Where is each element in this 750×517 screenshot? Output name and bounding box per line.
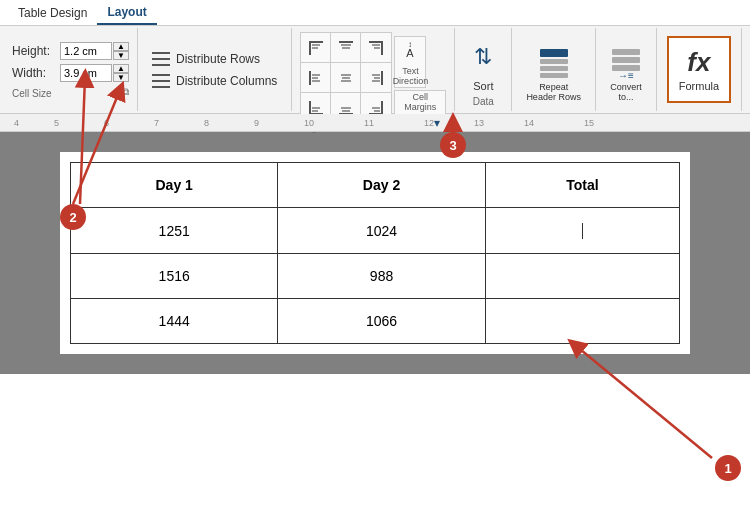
svg-rect-19	[372, 74, 380, 76]
header-day2: Day 2	[278, 163, 485, 208]
ruler-mark-5: 5	[54, 118, 59, 128]
align-top-right-btn[interactable]	[360, 32, 392, 64]
svg-rect-36	[540, 49, 568, 57]
distribute-columns-btn[interactable]: Distribute Columns	[148, 72, 281, 90]
height-up-btn[interactable]: ▲	[113, 42, 129, 51]
svg-rect-0	[309, 41, 323, 43]
svg-rect-37	[540, 59, 568, 64]
formula-btn[interactable]: fx Formula	[667, 36, 731, 103]
table-wrapper: Day 1 Day 2 Total 1251 1024 1516	[60, 152, 690, 354]
ruler-mark-7: 7	[154, 118, 159, 128]
svg-text:↕: ↕	[408, 40, 412, 49]
svg-text:→≡: →≡	[618, 70, 634, 81]
tab-layout[interactable]: Layout	[97, 1, 156, 25]
svg-rect-2	[312, 44, 320, 46]
distribute-columns-icon	[152, 74, 170, 88]
align-middle-center-btn[interactable]	[330, 62, 362, 94]
formula-label: Formula	[679, 80, 719, 92]
table-row: 1516 988	[71, 254, 680, 299]
svg-rect-5	[341, 44, 351, 46]
distribute-rows-label: Distribute Rows	[176, 52, 260, 66]
ruler-mark-4: 4	[14, 118, 19, 128]
svg-text:⇅: ⇅	[474, 44, 492, 69]
svg-rect-1	[309, 41, 311, 55]
cell-row2-total[interactable]	[485, 254, 679, 299]
annotation-1: 1	[715, 455, 741, 481]
ruler-mark-14: 14	[524, 118, 534, 128]
text-direction-label: TextDirection	[393, 67, 429, 87]
height-input[interactable]	[60, 42, 112, 60]
cell-row1-day1[interactable]: 1251	[71, 208, 278, 254]
ribbon-tabs: Table Design Layout	[0, 0, 750, 26]
svg-rect-30	[381, 101, 383, 115]
ruler-mark-15: 15	[584, 118, 594, 128]
svg-rect-6	[342, 47, 350, 49]
convert-label: Convertto...	[610, 83, 642, 103]
svg-rect-12	[312, 74, 320, 76]
cursor	[582, 223, 583, 239]
width-up-btn[interactable]: ▲	[113, 64, 129, 73]
table-row: 1444 1066	[71, 299, 680, 344]
ruler-mark-12: 12	[424, 118, 434, 128]
convert-btn[interactable]: →≡ Convertto...	[602, 41, 650, 107]
cell-margins-btn[interactable]: CellMargins	[394, 90, 446, 116]
repeat-header-btn[interactable]: RepeatHeader Rows	[518, 41, 589, 107]
align-middle-left-btn[interactable]	[300, 62, 332, 94]
width-input[interactable]	[60, 64, 112, 82]
ruler-mark-10: 10	[304, 118, 314, 128]
svg-rect-13	[312, 77, 318, 79]
svg-rect-20	[374, 77, 380, 79]
svg-rect-28	[342, 110, 350, 112]
distribute-rows-btn[interactable]: Distribute Rows	[148, 50, 281, 68]
svg-rect-8	[381, 41, 383, 55]
cell-margins-label: CellMargins	[404, 93, 436, 113]
height-label: Height:	[12, 44, 60, 58]
cell-row1-total[interactable]	[485, 208, 679, 254]
height-spinner: ▲ ▼	[113, 42, 129, 60]
convert-section: →≡ Convertto...	[596, 28, 657, 111]
annotation-3: 3	[440, 132, 466, 158]
width-down-btn[interactable]: ▼	[113, 73, 129, 82]
height-down-btn[interactable]: ▼	[113, 51, 129, 60]
svg-rect-16	[342, 77, 350, 79]
sort-btn[interactable]: ⇅ Sort	[461, 38, 505, 96]
svg-rect-14	[312, 80, 320, 82]
alignment-section: A ↕ TextDirection CellMargins Alignment	[292, 28, 455, 111]
document-table: Day 1 Day 2 Total 1251 1024 1516	[70, 162, 680, 344]
ruler: 4 5 6 7 8 9 10 11 12 13 14 15 ▾	[0, 114, 750, 132]
svg-rect-17	[341, 80, 351, 82]
svg-rect-7	[369, 41, 383, 43]
repeat-header-section: RepeatHeader Rows	[512, 28, 596, 111]
cell-row3-total[interactable]	[485, 299, 679, 344]
cell-row2-day1[interactable]: 1516	[71, 254, 278, 299]
cell-row3-day1[interactable]: 1444	[71, 299, 278, 344]
ruler-mark-11: 11	[364, 118, 374, 128]
cell-size-label: Cell Size	[12, 88, 51, 99]
cell-row3-day2[interactable]: 1066	[278, 299, 485, 344]
annotation-2: 2	[60, 204, 86, 230]
align-middle-right-btn[interactable]	[360, 62, 392, 94]
text-direction-btn[interactable]: A ↕ TextDirection	[394, 36, 426, 88]
ruler-mark-6: 6	[104, 118, 109, 128]
table-row: 1251 1024	[71, 208, 680, 254]
cell-size-section: Height: ▲ ▼ Width: ▲ ▼ Cell Size ⧉	[4, 28, 138, 111]
ruler-mark-13: 13	[474, 118, 484, 128]
cell-row2-day2[interactable]: 988	[278, 254, 485, 299]
distribute-rows-icon	[152, 52, 170, 66]
formula-fx-icon: fx	[687, 47, 710, 78]
cell-row1-day2[interactable]: 1024	[278, 208, 485, 254]
cell-size-expand-icon[interactable]: ⧉	[122, 86, 129, 98]
svg-rect-9	[372, 44, 380, 46]
svg-rect-32	[374, 110, 380, 112]
svg-rect-18	[381, 71, 383, 85]
tab-table-design[interactable]: Table Design	[8, 2, 97, 24]
ruler-marker: ▾	[434, 116, 440, 130]
width-label: Width:	[12, 66, 60, 80]
svg-rect-39	[540, 73, 568, 78]
align-top-left-btn[interactable]	[300, 32, 332, 64]
svg-rect-10	[374, 47, 380, 49]
align-top-center-btn[interactable]	[330, 32, 362, 64]
distribute-columns-label: Distribute Columns	[176, 74, 277, 88]
svg-rect-31	[372, 107, 380, 109]
svg-rect-41	[612, 57, 640, 63]
